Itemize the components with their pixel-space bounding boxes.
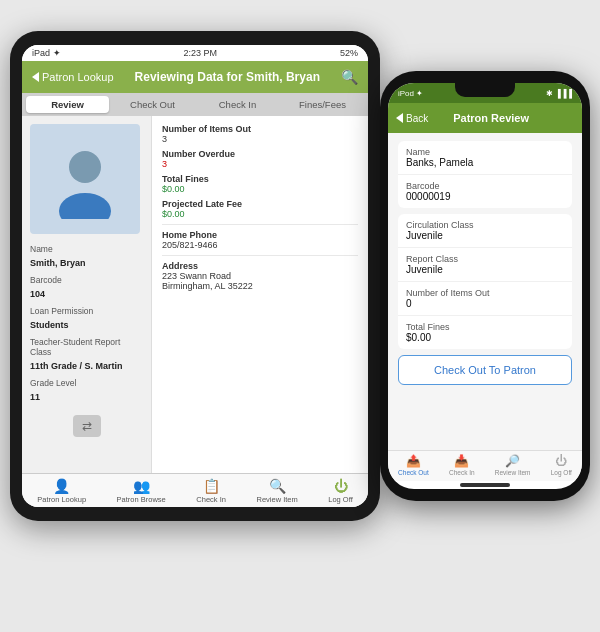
phone-items-out-row: Number of Items Out 0: [398, 282, 572, 316]
check-in-icon: 📋: [203, 478, 220, 494]
phone-checkin-label: Check In: [449, 469, 475, 476]
tablet-tab-check-in[interactable]: 📋 Check In: [196, 478, 226, 504]
phone-name-label: Name: [406, 147, 564, 157]
patron-photo: [30, 124, 140, 234]
log-off-label: Log Off: [328, 495, 352, 504]
address-row: Address 223 Swann RoadBirmingham, AL 352…: [162, 261, 358, 291]
fines-label: Total Fines: [162, 174, 358, 184]
patron-class-value: 11th Grade / S. Martin: [30, 361, 143, 371]
phone-chevron-left-icon: [396, 113, 403, 123]
tablet-screen: iPad ✦ 2:23 PM 52% Patron Lookup Reviewi…: [22, 45, 368, 507]
phone-tab-checkin[interactable]: 📥 Check In: [449, 454, 475, 476]
phone-nav-bar: Back Patron Review: [388, 103, 582, 133]
late-fee-value: $0.00: [162, 209, 358, 219]
tablet-back-label: Patron Lookup: [42, 71, 114, 83]
phone-fines-row: Total Fines $0.00: [398, 316, 572, 349]
phone-review-icon: 🔎: [505, 454, 520, 468]
phone-back-button[interactable]: Back: [396, 113, 428, 124]
phone-bottom-bar: 📤 Check Out 📥 Check In 🔎 Review Item ⏻ L…: [388, 450, 582, 481]
patron-info-section: Name Banks, Pamela Barcode 00000019: [398, 141, 572, 208]
phone-checkin-icon: 📥: [454, 454, 469, 468]
tab-review[interactable]: Review: [26, 96, 109, 113]
phone-circ-class-label: Circulation Class: [406, 220, 564, 230]
patron-name-label: Name: [30, 244, 143, 254]
transfer-icon[interactable]: ⇄: [73, 415, 101, 437]
phone-back-label: Back: [406, 113, 428, 124]
phone-report-class-row: Report Class Juvenile: [398, 248, 572, 282]
phone-name-value: Banks, Pamela: [406, 157, 564, 168]
phone-report-class-value: Juvenile: [406, 264, 564, 275]
phone-nav-title: Patron Review: [428, 112, 554, 124]
tablet-bottom-bar: 👤 Patron Lookup 👥 Patron Browse 📋 Check …: [22, 473, 368, 507]
svg-point-0: [69, 151, 101, 183]
phone-tab-checkout[interactable]: 📤 Check Out: [398, 454, 429, 476]
tablet-status-bar: iPad ✦ 2:23 PM 52%: [22, 45, 368, 61]
phone-checkout-label: Check Out: [398, 469, 429, 476]
phone-label: Home Phone: [162, 230, 358, 240]
patron-grade-value: 11: [30, 392, 143, 402]
phone-checkout-icon: 📤: [406, 454, 421, 468]
phone-barcode-value: 00000019: [406, 191, 564, 202]
phone-patron-name-row: Name Banks, Pamela: [398, 141, 572, 175]
tab-checkin[interactable]: Check In: [196, 96, 279, 113]
phone-barcode-row: Barcode 00000019: [398, 175, 572, 208]
checkout-button[interactable]: Check Out To Patron: [398, 355, 572, 385]
phone-items-out-value: 0: [406, 298, 564, 309]
chevron-left-icon: [32, 72, 39, 82]
check-in-label: Check In: [196, 495, 226, 504]
address-value: 223 Swann RoadBirmingham, AL 35222: [162, 271, 358, 291]
log-off-icon: ⏻: [334, 478, 348, 494]
patron-class-label: Teacher-Student Report Class: [30, 337, 143, 357]
phone-value: 205/821-9466: [162, 240, 358, 250]
items-out-row: Number of Items Out 3: [162, 124, 358, 144]
phone-notch: [455, 83, 515, 97]
phone-fines-label: Total Fines: [406, 322, 564, 332]
tablet-tab-review-item[interactable]: 🔍 Review Item: [256, 478, 297, 504]
overdue-label: Number Overdue: [162, 149, 358, 159]
tablet-device-label: iPad ✦: [32, 48, 61, 58]
tablet-battery: 52%: [340, 48, 358, 58]
phone-logoff-icon: ⏻: [555, 454, 567, 468]
tab-fines[interactable]: Fines/Fees: [281, 96, 364, 113]
tablet-device: iPad ✦ 2:23 PM 52% Patron Lookup Reviewi…: [10, 31, 380, 521]
phone-tab-logoff[interactable]: ⏻ Log Off: [551, 454, 572, 476]
patron-browse-icon: 👥: [133, 478, 150, 494]
late-fee-row: Projected Late Fee $0.00: [162, 199, 358, 219]
phone-circ-class-row: Circulation Class Juvenile: [398, 214, 572, 248]
tablet-body: Name Smith, Bryan Barcode 104 Loan Permi…: [22, 116, 368, 473]
patron-browse-label: Patron Browse: [117, 495, 166, 504]
review-item-icon: 🔍: [269, 478, 286, 494]
overdue-row: Number Overdue 3: [162, 149, 358, 169]
tablet-nav-bar: Patron Lookup Reviewing Data for Smith, …: [22, 61, 368, 93]
phone-device: iPod ✦ 2:00 PM ✱ ▐▐▐ Back Patron Review …: [380, 71, 590, 501]
transfer-icon-wrap: ⇄: [30, 415, 143, 437]
review-item-label: Review Item: [256, 495, 297, 504]
fines-value: $0.00: [162, 184, 358, 194]
patron-lookup-label: Patron Lookup: [37, 495, 86, 504]
phone-fines-value: $0.00: [406, 332, 564, 343]
svg-point-1: [59, 193, 111, 219]
items-out-label: Number of Items Out: [162, 124, 358, 134]
tablet-left-panel: Name Smith, Bryan Barcode 104 Loan Permi…: [22, 116, 152, 473]
phone-barcode-label: Barcode: [406, 181, 564, 191]
phone-circ-class-value: Juvenile: [406, 230, 564, 241]
patron-loan-label: Loan Permission: [30, 306, 143, 316]
tablet-tab-patron-browse[interactable]: 👥 Patron Browse: [117, 478, 166, 504]
phone-tab-review-item[interactable]: 🔎 Review Item: [495, 454, 531, 476]
tablet-tab-patron-lookup[interactable]: 👤 Patron Lookup: [37, 478, 86, 504]
tablet-tabs: Review Check Out Check In Fines/Fees: [22, 93, 368, 116]
phone-home-indicator: [460, 483, 510, 487]
tablet-back-button[interactable]: Patron Lookup: [32, 71, 114, 83]
tab-checkout[interactable]: Check Out: [111, 96, 194, 113]
tablet-tab-log-off[interactable]: ⏻ Log Off: [328, 478, 352, 504]
phone-logoff-label: Log Off: [551, 469, 572, 476]
divider-2: [162, 255, 358, 256]
patron-grade-label: Grade Level: [30, 378, 143, 388]
phone-screen: iPod ✦ 2:00 PM ✱ ▐▐▐ Back Patron Review …: [388, 83, 582, 489]
patron-loan-value: Students: [30, 320, 143, 330]
patron-name-value: Smith, Bryan: [30, 258, 143, 268]
overdue-value: 3: [162, 159, 358, 169]
tablet-search-icon[interactable]: 🔍: [341, 69, 358, 85]
phone-items-out-label: Number of Items Out: [406, 288, 564, 298]
patron-class-section: Circulation Class Juvenile Report Class …: [398, 214, 572, 349]
